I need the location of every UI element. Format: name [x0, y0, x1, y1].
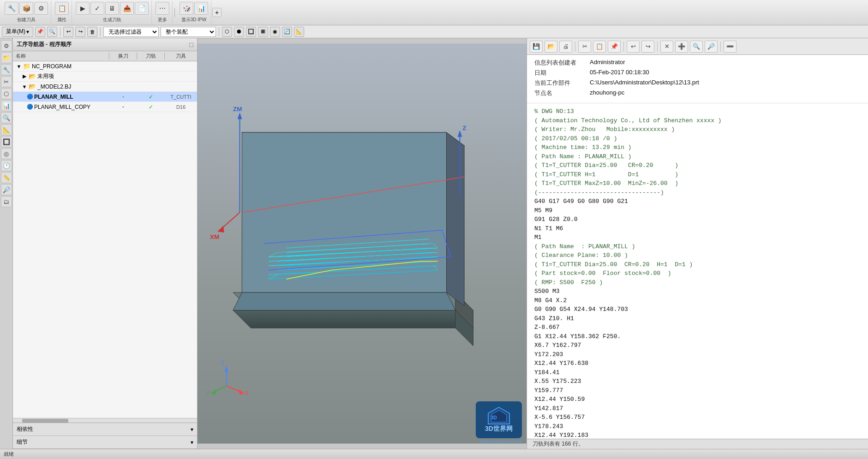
content-area: 工序导航器 - 程序顺序 □ 名称 换刀 刀轨 刀具 ▼ 📁 NC_PROGRA…: [13, 38, 868, 449]
nc-code-line: ( T1=T_CUTTER Dia=25.00 CR=0.20 H=1 D=1 …: [534, 260, 861, 269]
nc-code-line: X.55 Y175.223: [534, 377, 861, 386]
nav-footer-detail[interactable]: 细节 ▾: [13, 436, 197, 449]
nc-toolbar: 💾 📂 🖨 ✂ 📋 📌 ↩ ↪ ✕ ➕ 🔍 🔎 ➖: [527, 38, 868, 55]
nc-code-line: Y178.243: [534, 422, 861, 431]
tree-item-planar-mill-copy[interactable]: 🔵 PLANAR_MILL_COPY ▪ ✓ D16: [13, 102, 197, 112]
nc-code-line: G1 X12.44 Y158.362 F250.: [534, 332, 861, 341]
viewport-3d[interactable]: ZM XM Z Z X Y: [198, 38, 527, 449]
display-3d-icon[interactable]: 🎲: [180, 2, 193, 15]
svg-text:Z: Z: [221, 360, 224, 365]
view-btn-7[interactable]: 📐: [294, 27, 304, 37]
watermark-url: WWW.3DSJW.COM: [480, 439, 522, 444]
filter-dropdown[interactable]: 无选择过滤器: [103, 27, 159, 37]
view-btn-5[interactable]: ◉: [270, 27, 280, 37]
tree-item-nc-program[interactable]: ▼ 📁 NC_PROGRAM: [13, 61, 197, 72]
navigator-close-btn[interactable]: □: [190, 41, 193, 48]
navigator-footer: 相依性 ▾ 细节 ▾: [13, 423, 197, 449]
tree-item-unused[interactable]: ▶ 📂 未用项: [13, 72, 197, 82]
svg-text:XM: XM: [210, 233, 219, 240]
top-toolbar: 🔧 📦 ⚙ 创建刀具 📋 属性 ▶ ✓ 🖥 📤 📄 生成刀轨 ⋯ 更多: [0, 0, 868, 25]
nc-btn-save[interactable]: 💾: [530, 41, 543, 53]
model2-label: _MODEL2.BJ: [37, 83, 109, 90]
sidebar-icon-7[interactable]: 📐: [1, 124, 12, 135]
nc-btn-redo[interactable]: ↪: [641, 41, 654, 53]
sidebar-icon-9[interactable]: ◎: [1, 148, 12, 159]
toolbar-btn-5[interactable]: 🗑: [87, 27, 97, 37]
nc-code-line: % DWG NO:13: [534, 107, 861, 116]
nc-btn-minus[interactable]: ➖: [724, 41, 736, 53]
tree-item-model2[interactable]: ▼ 📂 _MODEL2.BJ: [13, 82, 197, 92]
toolbar-group-attr: 📋 属性: [52, 1, 72, 24]
nc-status-text: 刀轨列表有 166 行。: [533, 440, 584, 448]
left-sidebar: ⚙ 📁 🔧 ✂ ⬡ 📊 🔍 📐 🔲 ◎ 🕐 📏 🔎 🗂: [0, 38, 13, 449]
sidebar-icon-2[interactable]: 🔧: [1, 64, 12, 75]
nc-sep-2: [623, 42, 624, 52]
nc-code-line: Y184.41: [534, 368, 861, 377]
navigator-header: 工序导航器 - 程序顺序 □: [13, 38, 197, 51]
create-solid-icon[interactable]: 📦: [19, 2, 33, 15]
sidebar-icon-settings[interactable]: ⚙: [1, 40, 12, 51]
sidebar-icon-11[interactable]: 🔎: [1, 184, 12, 195]
nc-btn-find[interactable]: 🔎: [705, 41, 718, 53]
nc-code-area[interactable]: % DWG NO:13( Automation Technology Co., …: [527, 103, 868, 439]
toolbar-add-btn[interactable]: +: [212, 8, 221, 17]
nc-code-line: ( Part stock=0.00 Floor stock=0.00 ): [534, 269, 861, 278]
nc-btn-search[interactable]: 🔍: [690, 41, 703, 53]
more-icon[interactable]: ⋯: [156, 2, 169, 15]
nc-sep-3: [657, 42, 658, 52]
machine-icon[interactable]: 🖥: [105, 2, 119, 15]
sidebar-icon-3[interactable]: ✂: [1, 76, 12, 87]
analysis-icon[interactable]: 📊: [194, 2, 208, 15]
view-btn-2[interactable]: ⬢: [234, 27, 244, 37]
sidebar-icon-12[interactable]: 🗂: [1, 196, 12, 207]
nc-btn-delete[interactable]: ✕: [660, 41, 673, 53]
nc-btn-cut[interactable]: ✂: [578, 41, 591, 53]
sep-4: [219, 27, 219, 36]
sidebar-icon-6[interactable]: 🔍: [1, 112, 12, 123]
detail-label: 细节: [17, 438, 28, 446]
sidebar-icon-10[interactable]: 📏: [1, 172, 12, 183]
nc-code-line: ( 2017/02/05 00:18 /0 ): [534, 134, 861, 143]
view-btn-1[interactable]: ⬡: [222, 27, 232, 37]
sidebar-icon-5[interactable]: 📊: [1, 100, 12, 111]
nc-btn-open[interactable]: 📂: [545, 41, 557, 53]
nc-btn-plus[interactable]: ➕: [675, 41, 688, 53]
nc-btn-print[interactable]: 🖨: [559, 41, 572, 53]
nc-code-line: ( Path Name : PLANAR_MILL ): [534, 242, 861, 251]
col-tool-header: 刀具: [165, 53, 197, 60]
toolbar-btn-3[interactable]: ↩: [63, 27, 73, 37]
workshop-icon[interactable]: 📄: [135, 2, 149, 15]
sidebar-icon-8[interactable]: 🔲: [1, 136, 12, 147]
view-btn-3[interactable]: 🔲: [246, 27, 256, 37]
watermark-brand: 3D世界网: [485, 425, 513, 433]
nc-creator-label: 信息列表创建者: [534, 59, 590, 67]
sidebar-icon-1[interactable]: 📁: [1, 52, 12, 63]
menu-button[interactable]: 菜单(M) ▾: [2, 27, 33, 37]
nc-btn-copy[interactable]: 📋: [593, 41, 606, 53]
sidebar-icon-4[interactable]: ⬡: [1, 88, 12, 99]
toolbar-btn-1[interactable]: 📌: [35, 27, 45, 37]
generate-icon[interactable]: ▶: [76, 2, 90, 15]
create-tool-icon[interactable]: 🔧: [5, 2, 18, 15]
create-tool-label: 创建刀具: [17, 17, 36, 23]
nav-hscroll-thumb[interactable]: [22, 419, 68, 423]
confirm-icon[interactable]: ✓: [90, 2, 104, 15]
view-btn-4[interactable]: 🔳: [258, 27, 268, 37]
planar-mill-copy-tool: D16: [165, 104, 197, 110]
create-op-icon[interactable]: ⚙: [34, 2, 48, 15]
toolbar-group-more: ⋯ 更多: [153, 1, 173, 24]
toolbar-btn-2[interactable]: 🔍: [47, 27, 57, 37]
assemble-dropdown[interactable]: 整个装配: [161, 27, 216, 37]
display-label: 显示3D IPW: [181, 17, 206, 23]
attr-icon[interactable]: 📋: [55, 2, 69, 15]
nav-hscroll[interactable]: [13, 418, 197, 423]
tree-item-planar-mill[interactable]: 🔵 PLANAR_MILL ▪ ✓ T_CUTTI: [13, 92, 197, 102]
nc-btn-undo[interactable]: ↩: [627, 41, 640, 53]
nc-btn-paste[interactable]: 📌: [608, 41, 621, 53]
navigator-column-header: 名称 换刀 刀轨 刀具: [13, 51, 197, 61]
view-btn-6[interactable]: 🔄: [282, 27, 292, 37]
post-icon[interactable]: 📤: [120, 2, 134, 15]
toolbar-btn-4[interactable]: ↪: [75, 27, 85, 37]
nav-footer-dependence[interactable]: 相依性 ▾: [13, 423, 197, 436]
sidebar-icon-clock[interactable]: 🕐: [1, 160, 12, 171]
